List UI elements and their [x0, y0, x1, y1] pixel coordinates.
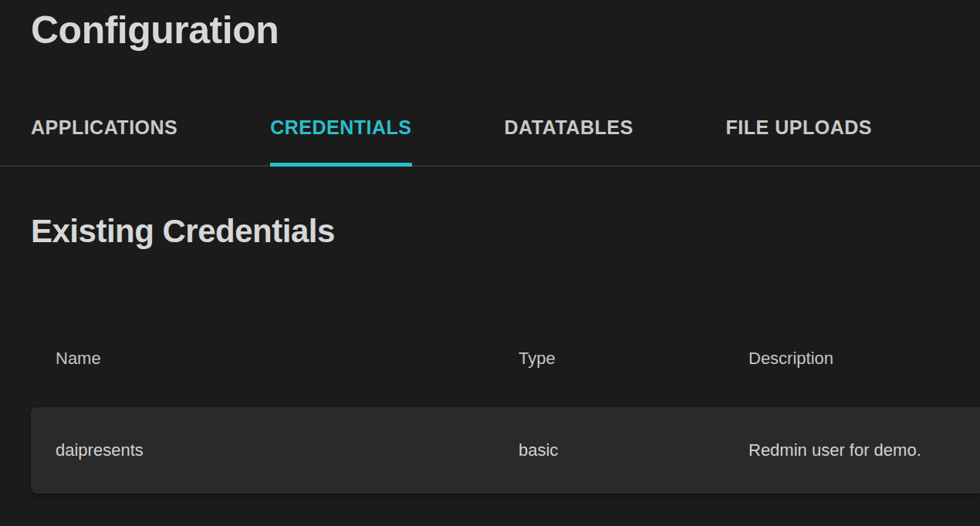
tab-file-uploads[interactable]: FILE UPLOADS: [726, 118, 872, 165]
credential-row-daipresents[interactable]: daipresents basic Redmin user for demo.: [31, 407, 980, 494]
tab-credentials[interactable]: CREDENTIALS: [270, 118, 411, 165]
credentials-table-header: Name Type Description: [31, 342, 980, 375]
column-header-name: Name: [56, 349, 519, 369]
column-header-description: Description: [749, 349, 980, 369]
credential-type: basic: [519, 440, 749, 460]
column-header-type: Type: [519, 349, 749, 369]
tab-bar: APPLICATIONS CREDENTIALS DATATABLES FILE…: [0, 118, 980, 167]
page-title: Configuration: [0, 0, 980, 55]
tab-applications[interactable]: APPLICATIONS: [31, 118, 177, 165]
section-title-existing-credentials: Existing Credentials: [31, 211, 980, 252]
credential-name: daipresents: [56, 440, 519, 460]
credential-description: Redmin user for demo.: [749, 440, 980, 460]
tab-datatables[interactable]: DATATABLES: [505, 118, 634, 165]
